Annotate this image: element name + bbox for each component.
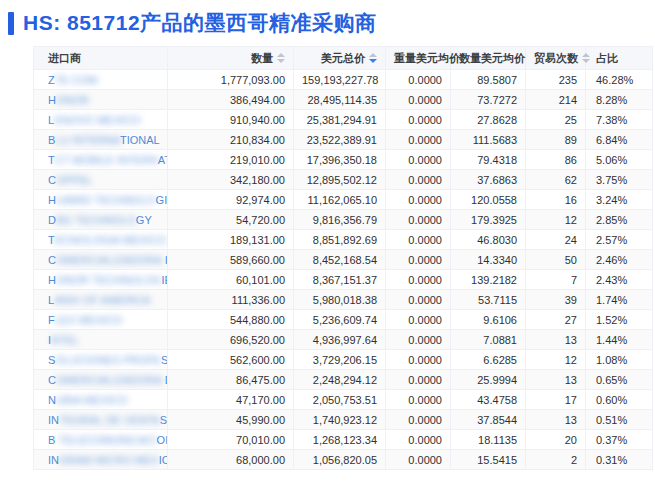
cell-importer[interactable]: LANIX OF AMERICA [34, 290, 168, 310]
cell-weight_avg: 0.0000 [386, 310, 451, 330]
cell-qty: 189,131.00 [168, 230, 294, 250]
table-row: INTEGRAL DE VENTAS MA...45,990.001,740,9… [34, 410, 653, 430]
column-header-qty[interactable]: 数量 [168, 47, 294, 70]
cell-importer[interactable]: HUAWEI TECHNOLOGIES ... [34, 190, 168, 210]
cell-share: 5.06% [586, 150, 653, 170]
cell-trades: 12 [526, 210, 586, 230]
importer-name-censored: BG TECHNOLO [56, 214, 136, 226]
sort-caret-icon[interactable] [277, 53, 285, 63]
cell-importer[interactable]: FLEX MEXICO [34, 310, 168, 330]
cell-importer[interactable]: DBG TECHNOLOGY [34, 210, 168, 230]
cell-share: 1.74% [586, 290, 653, 310]
sort-caret-icon[interactable] [369, 53, 377, 63]
cell-qty_avg: 37.6863 [451, 170, 526, 190]
cell-usd_total: 4,936,997.64 [294, 330, 386, 350]
cell-qty_avg: 79.4318 [451, 150, 526, 170]
cell-importer[interactable]: COMERCIALIZADORA INN... [34, 250, 168, 270]
cell-usd_total: 28,495,114.35 [294, 90, 386, 110]
importer-name-censored: OMERCIALIZADORA [56, 374, 165, 386]
cell-qty: 696,520.00 [168, 330, 294, 350]
cell-importer[interactable]: SOLUCIONES PROFESION... [34, 350, 168, 370]
cell-qty_avg: 9.6106 [451, 310, 526, 330]
cell-qty_avg: 18.1135 [451, 430, 526, 450]
table-row: ZTE COM1,777,093.00159,193,227.780.00008… [34, 70, 653, 90]
cell-qty_avg: 73.7272 [451, 90, 526, 110]
cell-share: 0.51% [586, 410, 653, 430]
table-row: HONOR386,494.0028,495,114.350.000073.727… [34, 90, 653, 110]
column-header-weight_avg: 重量美元均价 [386, 47, 451, 70]
cell-importer[interactable]: TCT MOBILE INTERNATIO... [34, 150, 168, 170]
table-row: TCT MOBILE INTERNATIO...219,010.0017,396… [34, 150, 653, 170]
cell-weight_avg: 0.0000 [386, 390, 451, 410]
cell-importer[interactable]: BLU INTERNATIONAL [34, 130, 168, 150]
cell-usd_total: 12,895,502.12 [294, 170, 386, 190]
cell-weight_avg: 0.0000 [386, 450, 451, 470]
cell-qty_avg: 14.3340 [451, 250, 526, 270]
cell-importer[interactable]: INTEL [34, 330, 168, 350]
table-row: COPPEL342,180.0012,895,502.120.000037.68… [34, 170, 653, 190]
importer-name-censored: TEGRAL DE VENTA [59, 414, 160, 426]
importer-name-visible-suffix: IES D... [161, 274, 167, 286]
cell-usd_total: 159,193,227.78 [294, 70, 386, 90]
cell-qty_avg: 89.5807 [451, 70, 526, 90]
importer-name-visible-prefix: F [48, 314, 55, 326]
importer-name-visible-prefix: C [48, 374, 56, 386]
cell-qty_avg: 139.2182 [451, 270, 526, 290]
cell-qty: 910,940.00 [168, 110, 294, 130]
cell-trades: 13 [526, 370, 586, 390]
cell-weight_avg: 0.0000 [386, 190, 451, 210]
cell-trades: 24 [526, 230, 586, 250]
sort-caret-icon[interactable] [582, 53, 590, 63]
importer-name-censored: ECNOLOGIA MEXICO [55, 234, 166, 246]
cell-importer[interactable]: HONOR [34, 90, 168, 110]
buyers-table-wrap: 进口商数量美元总价重量美元均价数量美元均价贸易次数占比 ZTE COM1,777… [33, 46, 652, 470]
cell-qty_avg: 46.8030 [451, 230, 526, 250]
cell-share: 7.38% [586, 110, 653, 130]
title-accent-bar [8, 12, 14, 35]
column-label: 数量美元均价 [459, 52, 525, 64]
cell-importer[interactable]: COPPEL [34, 170, 168, 190]
cell-importer[interactable]: INGRAM MICRO MEXICO [34, 450, 168, 470]
importer-name-visible-prefix: H [48, 274, 56, 286]
cell-importer[interactable]: TECNOLOGIA MEXICO [34, 230, 168, 250]
cell-usd_total: 1,268,123.34 [294, 430, 386, 450]
cell-trades: 39 [526, 290, 586, 310]
importer-name-censored: OLUCIONES PROFE [55, 354, 161, 366]
table-row: SOLUCIONES PROFESION...562,600.003,729,2… [34, 350, 653, 370]
table-row: INGRAM MICRO MEXICO68,000.001,056,820.05… [34, 450, 653, 470]
cell-share: 2.43% [586, 270, 653, 290]
importer-name-visible-prefix: IN [48, 454, 59, 466]
column-header-usd_total[interactable]: 美元总价 [294, 47, 386, 70]
cell-qty_avg: 111.5683 [451, 130, 526, 150]
cell-share: 46.28% [586, 70, 653, 90]
importer-name-censored: LU INTERNA [55, 134, 120, 146]
importer-name-visible-suffix: ATIO... [158, 154, 168, 166]
cell-usd_total: 2,248,294.12 [294, 370, 386, 390]
cell-weight_avg: 0.0000 [386, 430, 451, 450]
cell-importer[interactable]: B TELECOMUNICACIONES... [34, 430, 168, 450]
importer-name-visible-prefix: IN [48, 414, 59, 426]
cell-importer[interactable]: ZTE COM [34, 70, 168, 90]
cell-qty_avg: 27.8628 [451, 110, 526, 130]
cell-qty: 562,600.00 [168, 350, 294, 370]
cell-importer[interactable]: COMERCIALIZADORA DE ... [34, 370, 168, 390]
cell-qty: 86,475.00 [168, 370, 294, 390]
cell-qty_avg: 53.7115 [451, 290, 526, 310]
cell-trades: 86 [526, 150, 586, 170]
cell-importer[interactable]: INTEGRAL DE VENTAS MA... [34, 410, 168, 430]
cell-importer[interactable]: LENOVO MEXICO [34, 110, 168, 130]
table-row: COMERCIALIZADORA INN...589,660.008,452,1… [34, 250, 653, 270]
cell-usd_total: 1,056,820.05 [294, 450, 386, 470]
cell-trades: 12 [526, 350, 586, 370]
cell-importer[interactable]: HONOR TECHNOLOGIES D... [34, 270, 168, 290]
cell-usd_total: 3,729,206.15 [294, 350, 386, 370]
column-label: 美元总价 [321, 52, 365, 64]
cell-weight_avg: 0.0000 [386, 250, 451, 270]
column-header-trades[interactable]: 贸易次数 [526, 47, 586, 70]
cell-qty: 1,777,093.00 [168, 70, 294, 90]
importer-name-visible-prefix: H [48, 94, 56, 106]
page-title: HS: 851712产品的墨西哥精准采购商 [23, 9, 377, 37]
table-row: INTEL696,520.004,936,997.640.00007.08811… [34, 330, 653, 350]
importer-name-visible-suffix: S MA... [160, 414, 168, 426]
cell-importer[interactable]: NUBIA MEXICO [34, 390, 168, 410]
